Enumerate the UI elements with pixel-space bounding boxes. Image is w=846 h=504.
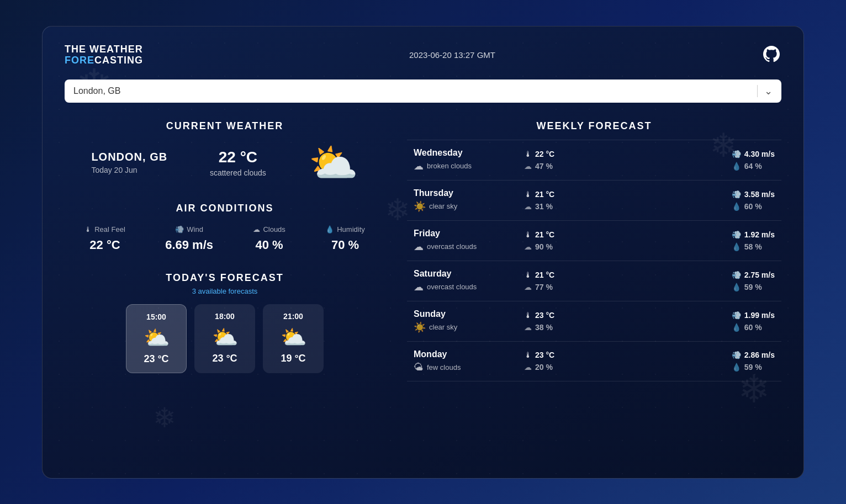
temp-info: 22 °C scattered clouds: [210, 148, 266, 177]
week-wind-val: 3.58 m/s: [744, 190, 775, 199]
humidity-stat-icon: 💧: [732, 363, 741, 372]
air-clouds-value: 40 %: [253, 238, 285, 252]
wind-stat-icon: 💨: [732, 311, 741, 320]
wind-stat-icon: 💨: [732, 351, 741, 359]
week-stats: 🌡 21 °C ☁ 31 % 💨 3.58 m/s 💧 60 %: [524, 190, 775, 211]
week-day-desc-text: few clouds: [427, 363, 461, 372]
left-panel: CURRENT WEATHER LONDON, GB Today 20 Jun …: [65, 120, 385, 381]
week-wind-val: 1.92 m/s: [744, 230, 775, 239]
location-name: LONDON, GB: [91, 151, 167, 163]
week-day-icon: ☁: [414, 241, 424, 253]
search-bar[interactable]: ⌄: [65, 79, 781, 103]
week-humidity-val: 58 %: [744, 242, 762, 251]
week-stats: 🌡 23 °C ☁ 20 % 💨 2.86 m/s 💧 59 %: [524, 351, 775, 372]
humidity-stat-icon: 💧: [732, 242, 741, 251]
wind-stat-icon: 💨: [732, 150, 741, 158]
card-temp: 23 °C: [205, 353, 244, 364]
week-temp: 🌡 21 °C: [524, 230, 554, 239]
location-info: LONDON, GB Today 20 Jun: [91, 151, 167, 174]
week-day-icon: 🌤: [414, 362, 424, 373]
current-weather-icon: ⛅: [309, 143, 358, 183]
current-weather: LONDON, GB Today 20 Jun 22 °C scattered …: [65, 143, 385, 183]
todays-forecast: TODAY'S FORECAST 3 available forecasts 1…: [65, 272, 385, 373]
week-temp-val: 21 °C: [535, 230, 554, 239]
week-day-icon: ☁: [414, 281, 424, 293]
weekly-rows: Wednesday ☁ broken clouds 🌡 22 °C ☁ 47 %…: [407, 140, 781, 381]
week-cloud-val: 38 %: [535, 323, 553, 332]
week-humidity: 💧 59 %: [732, 283, 775, 291]
humidity-stat-icon: 💧: [732, 283, 741, 291]
wind-stat-icon: 💨: [732, 270, 741, 279]
week-wind-group: 💨 3.58 m/s 💧 60 %: [732, 190, 775, 211]
week-day-desc-text: overcast clouds: [427, 242, 477, 251]
humidity-stat-icon: 💧: [732, 162, 741, 171]
forecast-card[interactable]: 15:00 ⛅ 23 °C: [126, 304, 187, 373]
weekly-row: Wednesday ☁ broken clouds 🌡 22 °C ☁ 47 %…: [407, 140, 781, 180]
logo: The Weather Forecasting: [65, 44, 143, 66]
week-humidity: 💧 60 %: [732, 323, 775, 332]
todays-forecast-title: TODAY'S FORECAST: [65, 272, 385, 284]
header-datetime: 2023-06-20 13:27 GMT: [409, 50, 495, 60]
week-stats: 🌡 23 °C ☁ 38 % 💨 1.99 m/s 💧 60 %: [524, 311, 775, 332]
chevron-down-icon[interactable]: ⌄: [764, 85, 773, 97]
cloud-icon: ☁: [253, 225, 260, 234]
weekly-forecast-title: WEEKLY FORECAST: [407, 120, 781, 132]
logo-fore: Fore: [65, 55, 94, 66]
week-day-desc-text: broken clouds: [427, 162, 472, 170]
week-day-desc: ☁ overcast clouds: [414, 281, 524, 293]
cloud-stat-icon: ☁: [524, 323, 532, 332]
week-temp: 🌡 23 °C: [524, 311, 554, 320]
week-cloud: ☁ 20 %: [524, 363, 554, 372]
week-day-name: Thursday: [414, 188, 524, 198]
week-day-name: Monday: [414, 349, 524, 359]
air-real-feel-label: 🌡 Real Feel: [84, 225, 125, 234]
week-day-col: Friday ☁ overcast clouds: [414, 229, 524, 253]
week-wind: 💨 1.99 m/s: [732, 311, 775, 320]
card-icon: ⛅: [274, 325, 313, 349]
humidity-icon: 💧: [325, 225, 334, 234]
week-humidity: 💧 59 %: [732, 363, 775, 372]
week-day-col: Thursday ☀️ clear sky: [414, 188, 524, 213]
logo-line1: The Weather: [65, 44, 143, 55]
github-icon[interactable]: [762, 44, 781, 66]
week-temp-group: 🌡 21 °C ☁ 31 %: [524, 190, 554, 211]
week-temp-group: 🌡 22 °C ☁ 47 %: [524, 150, 554, 171]
week-wind-val: 2.75 m/s: [744, 270, 775, 279]
main-temp: 22 °C: [210, 148, 266, 166]
forecast-card[interactable]: 21:00 ⛅ 19 °C: [263, 304, 324, 373]
humidity-stat-icon: 💧: [732, 323, 741, 332]
air-clouds: ☁ Clouds 40 %: [253, 225, 285, 252]
week-wind-group: 💨 4.30 m/s 💧 64 %: [732, 150, 775, 171]
card-time: 21:00: [274, 312, 313, 321]
air-conditions-title: AIR CONDITIONS: [65, 203, 385, 214]
week-humidity-val: 59 %: [744, 283, 762, 291]
cloud-stat-icon: ☁: [524, 242, 532, 251]
week-day-icon: ☀️: [414, 200, 426, 213]
week-day-desc: ☁ broken clouds: [414, 160, 524, 172]
week-day-icon: ☀️: [414, 321, 426, 333]
week-day-desc-text: clear sky: [429, 202, 457, 210]
forecast-card[interactable]: 18:00 ⛅ 23 °C: [194, 304, 255, 373]
week-day-col: Monday 🌤 few clouds: [414, 349, 524, 373]
weather-desc: scattered clouds: [210, 168, 266, 177]
card-icon: ⛅: [205, 325, 244, 349]
week-wind-group: 💨 2.75 m/s 💧 59 %: [732, 270, 775, 291]
week-temp-val: 22 °C: [535, 150, 554, 158]
weekly-row: Monday 🌤 few clouds 🌡 23 °C ☁ 20 % 💨: [407, 341, 781, 381]
search-input[interactable]: [73, 86, 750, 96]
wind-stat-icon: 💨: [732, 230, 741, 239]
wind-icon: 💨: [175, 225, 184, 234]
week-temp-group: 🌡 23 °C ☁ 38 %: [524, 311, 554, 332]
week-day-name: Saturday: [414, 269, 524, 279]
air-clouds-label: ☁ Clouds: [253, 225, 285, 234]
week-day-desc: ☀️ clear sky: [414, 321, 524, 333]
temp-icon: 🌡: [524, 270, 532, 279]
week-day-name: Wednesday: [414, 148, 524, 158]
weekly-row: Saturday ☁ overcast clouds 🌡 21 °C ☁ 77 …: [407, 261, 781, 301]
week-day-icon: ☁: [414, 160, 424, 172]
logo-line2: Forecasting: [65, 55, 143, 66]
location-date: Today 20 Jun: [91, 166, 167, 174]
week-humidity: 💧 58 %: [732, 242, 775, 251]
week-day-col: Sunday ☀️ clear sky: [414, 309, 524, 333]
week-day-desc: 🌤 few clouds: [414, 362, 524, 373]
